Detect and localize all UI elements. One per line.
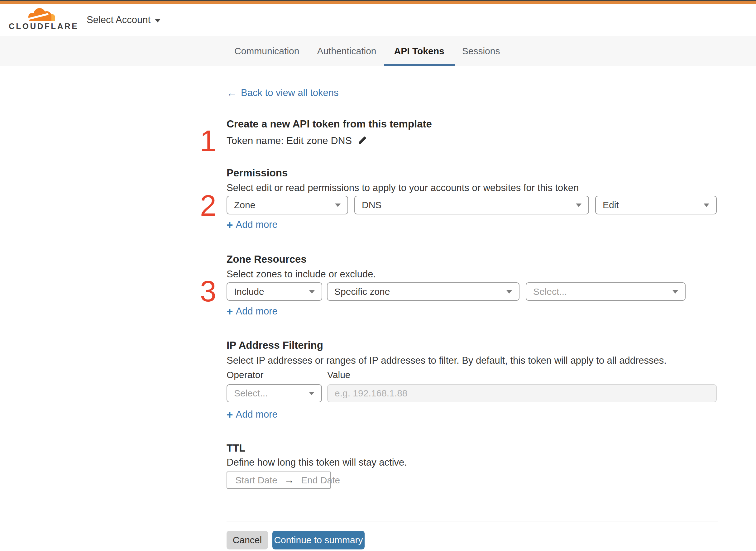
ip-value-input[interactable] (327, 384, 717, 402)
token-name-line: Token name: Edit zone DNS (226, 135, 368, 146)
step-number-1: 1 (190, 126, 216, 155)
zone-picker-placeholder: Select... (533, 287, 567, 297)
permission-scope-value: Zone (234, 200, 255, 210)
cloudflare-cloud-icon (27, 7, 57, 21)
chevron-down-icon (335, 203, 340, 207)
add-more-label: Add more (235, 409, 277, 420)
continue-to-summary-button[interactable]: Continue to summary (272, 531, 364, 549)
back-link-label: Back to view all tokens (241, 87, 339, 98)
chevron-down-icon (576, 203, 582, 207)
ip-operator-placeholder: Select... (234, 388, 268, 399)
chevron-down-icon (673, 290, 678, 294)
step-number-3: 3 (190, 277, 216, 306)
chevron-down-icon (155, 19, 160, 22)
ip-filtering-title: IP Address Filtering (226, 340, 323, 351)
brand-wordmark: CLOUDFLARE (9, 21, 70, 31)
chevron-down-icon (704, 203, 709, 207)
edit-pencil-icon[interactable] (357, 135, 368, 146)
zone-resources-add-more-link[interactable]: + Add more (226, 306, 278, 317)
tab-authentication[interactable]: Authentication (317, 36, 376, 66)
footer-divider (226, 521, 718, 521)
plus-icon: + (226, 220, 233, 230)
ip-operator-select[interactable]: Select... (226, 384, 322, 402)
header: CLOUDFLARE Select Account (0, 4, 756, 36)
zone-type-value: Specific zone (334, 287, 390, 297)
cloudflare-logo[interactable]: CLOUDFLARE (9, 7, 70, 31)
zone-type-select[interactable]: Specific zone (327, 283, 520, 301)
back-arrow-icon: ← (226, 88, 237, 98)
ip-filtering-add-more-link[interactable]: + Add more (226, 409, 278, 420)
token-name-text: Token name: Edit zone DNS (226, 135, 352, 146)
permission-group-value: DNS (362, 200, 382, 210)
permissions-add-more-link[interactable]: + Add more (226, 219, 278, 230)
cloudflare-dashboard: CLOUDFLARE Select Account Communication … (0, 0, 756, 551)
operator-label: Operator (226, 370, 263, 380)
zone-operator-value: Include (234, 287, 264, 297)
plus-icon: + (226, 307, 233, 316)
permission-scope-select[interactable]: Zone (226, 196, 348, 214)
value-label: Value (327, 370, 350, 380)
chevron-down-icon (309, 290, 315, 294)
tab-communication[interactable]: Communication (234, 36, 299, 66)
chevron-down-icon (309, 392, 314, 395)
account-selector-label: Select Account (87, 14, 150, 26)
zone-picker-select[interactable]: Select... (526, 283, 686, 301)
ip-filtering-description: Select IP addresses or ranges of IP addr… (226, 355, 667, 366)
chevron-down-icon (506, 290, 512, 294)
permission-access-value: Edit (603, 200, 619, 210)
plus-icon: + (226, 410, 233, 420)
page-title: Create a new API token from this templat… (226, 118, 432, 130)
back-to-tokens-link[interactable]: ← Back to view all tokens (226, 87, 339, 98)
permissions-title: Permissions (226, 167, 288, 179)
date-range-picker[interactable]: Start Date → End Date (226, 472, 331, 489)
account-selector[interactable]: Select Account (87, 4, 160, 36)
permissions-description: Select edit or read permissions to apply… (226, 182, 579, 193)
zone-resources-title: Zone Resources (226, 253, 307, 265)
permission-group-select[interactable]: DNS (354, 196, 589, 214)
cancel-button[interactable]: Cancel (226, 531, 268, 549)
brand-accent-bar (0, 1, 756, 4)
arrow-right-icon: → (284, 474, 294, 486)
ttl-title: TTL (226, 442, 245, 454)
add-more-label: Add more (235, 219, 277, 230)
ttl-description: Define how long this token will stay act… (226, 457, 407, 468)
tab-api-tokens[interactable]: API Tokens (394, 36, 445, 66)
start-date-placeholder: Start Date (235, 475, 277, 486)
end-date-placeholder: End Date (301, 475, 340, 486)
step-number-2: 2 (190, 191, 216, 220)
tab-sessions[interactable]: Sessions (462, 36, 500, 66)
zone-resources-description: Select zones to include or exclude. (226, 268, 376, 280)
zone-operator-select[interactable]: Include (226, 283, 322, 301)
tab-bar: Communication Authentication API Tokens … (0, 36, 756, 66)
add-more-label: Add more (235, 306, 277, 317)
tab-list: Communication Authentication API Tokens … (234, 36, 500, 66)
permission-access-select[interactable]: Edit (595, 196, 717, 214)
